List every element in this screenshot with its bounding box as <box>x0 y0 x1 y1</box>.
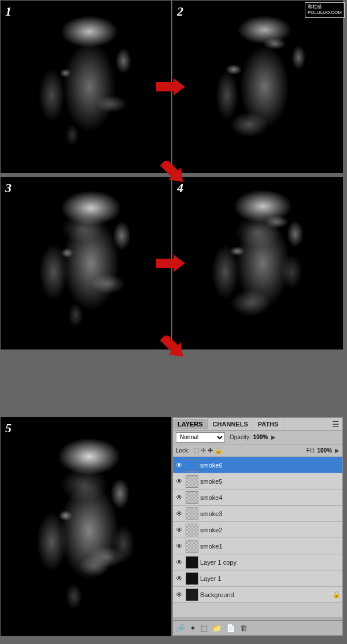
background-lock-icon: 🔒 <box>333 591 341 598</box>
blend-mode-select[interactable]: Normal <box>176 432 225 443</box>
eye-icon-smoke2[interactable]: 👁 <box>175 525 184 535</box>
add-style-icon[interactable]: ✦ <box>190 624 196 632</box>
lock-all-icon[interactable]: 🔒 <box>215 447 223 454</box>
step-4-panel: 4 <box>172 177 343 349</box>
watermark: 颗粒感 POLULUO.COM <box>305 2 345 18</box>
svg-marker-1 <box>157 161 185 188</box>
link-layers-icon[interactable]: 🔗 <box>176 624 185 632</box>
layer-name-layer1copy: Layer 1 copy <box>200 559 341 566</box>
layer-thumb-smoke2 <box>186 524 198 536</box>
svg-marker-3 <box>157 336 185 363</box>
opacity-label: Opacity: <box>230 434 251 440</box>
arrow-right-icon-2 <box>156 252 185 275</box>
eye-icon-smoke4[interactable]: 👁 <box>175 493 184 502</box>
layer-name-background: Background <box>200 591 331 598</box>
layer-item-smoke4[interactable]: 👁 smoke4 <box>173 490 342 506</box>
step-3-panel: 3 <box>1 177 171 349</box>
layer-item-layer1copy[interactable]: 👁 Layer 1 copy <box>173 554 342 571</box>
layers-options-row: Normal Opacity: 100% ▶ <box>173 430 342 444</box>
layer-thumb-smoke5 <box>186 475 198 488</box>
layer-item-layer1[interactable]: 👁 Layer 1 <box>173 571 342 587</box>
layers-bottom-bar: 🔗 ✦ ⬚ 📁 📄 🗑 <box>173 620 342 635</box>
layers-tabs-bar: LAYERS CHANNELS PATHS ☰ <box>173 418 342 430</box>
layer-list: 👁 smoke6 👁 smoke5 👁 <box>173 457 342 617</box>
lock-image-icon[interactable]: ✚ <box>208 447 213 454</box>
lock-move-icon[interactable]: ✢ <box>201 447 206 454</box>
lock-label: Lock: <box>176 447 190 454</box>
eye-icon-layer1[interactable]: 👁 <box>175 574 184 583</box>
fill-value: 100% <box>317 447 332 454</box>
new-layer-icon[interactable]: 📄 <box>226 624 235 632</box>
layer-thumb-layer1copy <box>186 556 198 569</box>
layer-item-smoke6[interactable]: 👁 smoke6 <box>173 457 342 473</box>
tab-channels[interactable]: CHANNELS <box>208 419 253 429</box>
layer-name-smoke3: smoke3 <box>200 510 341 517</box>
bottom-row: 5 LAYERS CHANNELS PATHS ☰ Normal Opacity… <box>0 417 347 636</box>
layer-thumb-smoke1 <box>186 540 198 553</box>
arrow-right-1-2 <box>156 75 185 101</box>
eye-icon-smoke1[interactable]: 👁 <box>175 542 184 551</box>
main-container: 颗粒感 POLULUO.COM 1 2 3 <box>0 0 347 644</box>
layer-name-smoke6: smoke6 <box>200 462 341 469</box>
layer-name-smoke4: smoke4 <box>200 494 341 501</box>
smoke-face-3 <box>1 177 171 349</box>
smoke-face-5 <box>1 417 171 636</box>
step-2-panel: 2 <box>172 1 343 173</box>
layer-item-smoke5[interactable]: 👁 smoke5 <box>173 473 342 490</box>
opacity-arrow[interactable]: ▶ <box>271 434 276 440</box>
fill-arrow[interactable]: ▶ <box>335 447 339 454</box>
smoke-face-2 <box>172 1 343 173</box>
tab-layers[interactable]: LAYERS <box>173 419 208 429</box>
layer-thumb-smoke6 <box>186 459 198 472</box>
delete-layer-icon[interactable]: 🗑 <box>240 624 248 632</box>
layer-thumb-background <box>186 588 198 601</box>
tab-paths[interactable]: PATHS <box>253 419 284 429</box>
eye-icon-smoke3[interactable]: 👁 <box>175 509 184 518</box>
eye-icon-smoke5[interactable]: 👁 <box>175 477 184 486</box>
step-2-number: 2 <box>177 4 183 19</box>
arrow-down-right-icon-1 <box>156 161 185 190</box>
layer-name-smoke5: smoke5 <box>200 478 341 485</box>
step-1-panel: 1 <box>1 1 171 173</box>
fill-label: Fill: <box>307 447 316 454</box>
arrow-down-right-to-3 <box>156 161 185 192</box>
layer-item-smoke2[interactable]: 👁 smoke2 <box>173 522 342 538</box>
eye-icon-background[interactable]: 👁 <box>175 590 184 599</box>
arrow-down-right-to-5 <box>156 336 185 367</box>
layer-name-smoke1: smoke1 <box>200 543 341 550</box>
layers-panel: LAYERS CHANNELS PATHS ☰ Normal Opacity: … <box>172 417 343 636</box>
layer-name-layer1: Layer 1 <box>200 575 341 582</box>
new-group-icon[interactable]: 📁 <box>212 624 222 632</box>
arrow-right-icon <box>156 75 185 98</box>
arrow-down-right-icon-2 <box>156 336 185 365</box>
svg-marker-2 <box>156 255 185 272</box>
lock-transparent-icon[interactable]: ⬚ <box>193 447 199 454</box>
svg-marker-0 <box>156 78 185 95</box>
layer-item-background[interactable]: 👁 Background 🔒 <box>173 587 342 603</box>
arrow-right-3-4 <box>156 252 185 277</box>
layer-item-smoke3[interactable]: 👁 smoke3 <box>173 506 342 522</box>
eye-icon-smoke6[interactable]: 👁 <box>175 461 184 470</box>
step-5-number: 5 <box>5 421 12 436</box>
step-1-number: 1 <box>5 4 12 19</box>
add-mask-icon[interactable]: ⬚ <box>201 624 208 632</box>
layers-lock-row: Lock: ⬚ ✢ ✚ 🔒 Fill: 100% ▶ <box>173 444 342 457</box>
layer-thumb-smoke4 <box>186 491 198 504</box>
step-3-number: 3 <box>5 181 12 196</box>
panel-menu-icon[interactable]: ☰ <box>329 418 342 430</box>
opacity-value: 100% <box>253 434 268 440</box>
smoke-face-4 <box>172 177 343 349</box>
layer-item-smoke1[interactable]: 👁 smoke1 <box>173 538 342 554</box>
layer-thumb-layer1 <box>186 572 198 585</box>
eye-icon-layer1copy[interactable]: 👁 <box>175 558 184 567</box>
smoke-face-1 <box>1 1 171 173</box>
layer-thumb-smoke3 <box>186 507 198 520</box>
layer-name-smoke2: smoke2 <box>200 527 341 533</box>
step-5-panel: 5 <box>1 417 171 636</box>
